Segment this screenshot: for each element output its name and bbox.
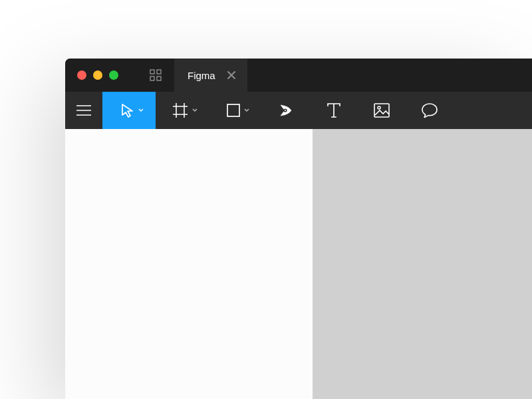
chevron-down-icon: [192, 108, 198, 112]
comment-tool[interactable]: [406, 92, 454, 129]
close-icon: [227, 71, 235, 79]
menu-icon: [76, 105, 91, 116]
image-icon: [374, 103, 390, 118]
svg-rect-11: [227, 104, 239, 116]
pen-icon: [278, 102, 294, 118]
svg-point-13: [285, 110, 286, 111]
titlebar: Figma: [65, 59, 532, 92]
text-tool[interactable]: [310, 92, 358, 129]
tab-figma[interactable]: Figma: [174, 59, 247, 92]
tab-close-button[interactable]: [227, 71, 235, 79]
svg-rect-2: [150, 76, 154, 80]
canvas-area[interactable]: [65, 129, 532, 399]
chevron-down-icon: [244, 108, 249, 112]
maximize-window-button[interactable]: [109, 70, 118, 80]
minimize-window-button[interactable]: [93, 70, 102, 80]
frame-tool[interactable]: [156, 92, 209, 129]
window-controls: [65, 70, 118, 80]
text-icon: [327, 103, 340, 118]
app-window: Figma: [65, 59, 532, 399]
close-window-button[interactable]: [77, 70, 86, 80]
toolbar: [65, 92, 532, 129]
left-panel: [65, 129, 313, 399]
cursor-icon: [120, 102, 134, 118]
svg-rect-0: [150, 70, 154, 74]
svg-rect-1: [157, 70, 161, 74]
place-image-tool[interactable]: [358, 92, 406, 129]
svg-point-15: [378, 106, 380, 109]
home-grid-button[interactable]: [137, 59, 174, 92]
comment-icon: [421, 102, 438, 118]
move-tool[interactable]: [102, 92, 156, 129]
shape-tool[interactable]: [209, 92, 262, 129]
tab-strip: Figma: [137, 59, 247, 92]
svg-rect-3: [157, 76, 161, 80]
rectangle-icon: [227, 104, 240, 117]
pen-tool[interactable]: [262, 92, 310, 129]
tab-title: Figma: [188, 70, 215, 81]
grid-icon: [150, 69, 162, 81]
frame-icon: [172, 102, 188, 118]
chevron-down-icon: [138, 108, 144, 112]
svg-rect-14: [374, 104, 389, 117]
main-menu-button[interactable]: [65, 92, 102, 129]
